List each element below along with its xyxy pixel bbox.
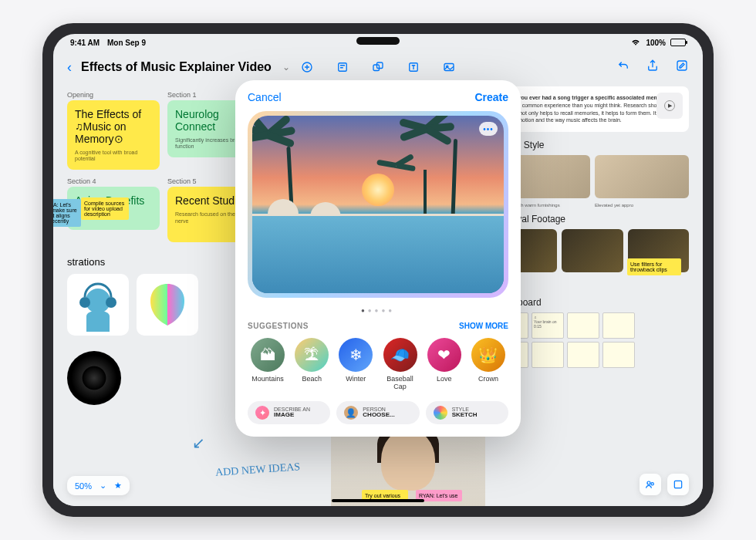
- svg-point-10: [106, 297, 116, 308]
- cap-icon: 🧢: [383, 338, 417, 372]
- favorite-icon[interactable]: ★: [114, 481, 122, 491]
- create-button[interactable]: Create: [474, 91, 508, 103]
- zoom-control[interactable]: 50% ⌄ ★: [67, 476, 130, 495]
- svg-rect-2: [373, 65, 380, 71]
- storyboard-cell[interactable]: [602, 342, 635, 368]
- suggestion-love[interactable]: ❤Love: [424, 338, 464, 390]
- heart-icon: ❤: [427, 338, 461, 372]
- visual-style-heading: Visual Style: [496, 140, 689, 150]
- intro-text-block[interactable]: Have you ever had a song trigger a speci…: [496, 86, 689, 132]
- media-tool-icon[interactable]: [441, 59, 457, 75]
- pen-tool-icon[interactable]: [299, 59, 315, 75]
- wifi-icon: [630, 36, 641, 49]
- navigator-icon[interactable]: [667, 474, 689, 495]
- generated-image[interactable]: •••: [252, 116, 504, 293]
- illustration-thumb[interactable]: [67, 274, 129, 336]
- sticky-note[interactable]: Compile sources for video upload descrip…: [81, 197, 129, 220]
- section-label: Opening: [67, 91, 160, 99]
- archival-heading: Archival Footage: [496, 214, 689, 224]
- svg-rect-13: [674, 481, 681, 488]
- svg-point-11: [647, 481, 650, 484]
- battery-icon: [670, 39, 686, 46]
- mountain-icon: 🏔: [251, 338, 285, 372]
- title-chevron-icon[interactable]: ⌄: [282, 62, 290, 73]
- suggestions-label: SUGGESTIONS: [248, 322, 309, 330]
- page-indicator[interactable]: ●●●●●: [248, 307, 508, 314]
- storyboard-heading: Storyboard: [496, 297, 689, 308]
- compose-icon[interactable]: [675, 59, 689, 76]
- archival-thumb[interactable]: [562, 229, 623, 272]
- handwritten-note[interactable]: ADD NEW IDEAS: [215, 461, 301, 478]
- sticky-note[interactable]: IA: Let's make sure it aligns ecently: [53, 199, 81, 227]
- svg-point-12: [651, 483, 653, 485]
- back-button[interactable]: ‹: [67, 59, 72, 76]
- style-chip[interactable]: STYLESKETCH: [426, 401, 508, 424]
- home-indicator[interactable]: [332, 499, 424, 502]
- suggestion-crown[interactable]: 👑Crown: [468, 338, 508, 390]
- document-title[interactable]: Effects of Music Explainer Video: [81, 60, 272, 74]
- snowflake-icon: ❄: [339, 338, 373, 372]
- sparkle-icon: ✦: [255, 406, 269, 420]
- audio-clip-chip[interactable]: ▶: [656, 93, 683, 119]
- zoom-level[interactable]: 50%: [75, 481, 92, 491]
- svg-point-9: [79, 297, 90, 308]
- suggestions-row: 🏔Mountains 🏝Beach ❄Winter 🧢Baseball Cap …: [248, 338, 508, 390]
- person-icon: 👤: [344, 406, 358, 420]
- illustration-thumb[interactable]: [137, 274, 198, 336]
- sticky-note[interactable]: Use filters for throwback clips: [627, 258, 681, 275]
- note-tool-icon[interactable]: [335, 59, 350, 75]
- sun-icon: [362, 174, 394, 206]
- text-tool-icon[interactable]: [406, 59, 421, 75]
- battery-percent: 100%: [646, 39, 666, 47]
- umbrella-icon: [268, 199, 299, 214]
- svg-rect-7: [677, 61, 687, 70]
- collaborators-icon[interactable]: [640, 474, 661, 495]
- show-more-button[interactable]: SHOW MORE: [459, 322, 508, 330]
- describe-image-chip[interactable]: ✦ DESCRIBE ANIMAGE: [248, 401, 330, 424]
- vinyl-image[interactable]: [67, 351, 129, 413]
- person-chip[interactable]: 👤 PERSONCHOOSE...: [336, 401, 419, 424]
- section-label: Section 4: [67, 177, 160, 185]
- shapes-tool-icon[interactable]: [370, 59, 386, 75]
- camera-pill: [356, 37, 400, 45]
- svg-rect-3: [377, 62, 383, 69]
- beach-icon: 🏝: [295, 338, 329, 372]
- status-time: 9:41 AM: [70, 39, 100, 47]
- image-more-icon[interactable]: •••: [479, 122, 498, 136]
- ipad-frame: 9:41 AM Mon Sep 9 100% ‹ Effects of Musi…: [42, 23, 714, 517]
- palette-icon: [434, 406, 447, 420]
- right-content: ver Have you ever had a song trigger a s…: [496, 86, 689, 368]
- suggestion-baseball-cap[interactable]: 🧢Baseball Cap: [380, 338, 420, 390]
- suggestion-beach[interactable]: 🏝Beach: [292, 338, 332, 390]
- storyboard-cell[interactable]: ♫Your brain on 0:15: [532, 312, 564, 339]
- storyboard-cell[interactable]: [602, 312, 635, 339]
- generated-image-frame: •••: [248, 111, 508, 298]
- svg-rect-1: [339, 63, 347, 72]
- undo-icon[interactable]: [616, 59, 630, 76]
- zoom-chevron-icon[interactable]: ⌄: [100, 481, 106, 491]
- crown-icon: 👑: [471, 338, 505, 372]
- card-opening[interactable]: The Effects of ♫Music on Memory⊙ A cogni…: [67, 100, 160, 170]
- suggestion-mountains[interactable]: 🏔Mountains: [248, 338, 288, 390]
- suggestion-winter[interactable]: ❄Winter: [336, 338, 376, 390]
- hand-arrow-icon: ↙: [192, 434, 205, 452]
- screen: 9:41 AM Mon Sep 9 100% ‹ Effects of Musi…: [53, 34, 703, 506]
- cancel-button[interactable]: Cancel: [248, 91, 282, 103]
- style-thumb[interactable]: Elevated yet appro: [595, 155, 689, 198]
- storyboard-cell[interactable]: [532, 342, 564, 368]
- image-playground-modal: Cancel Create •••: [235, 80, 521, 437]
- status-date: Mon Sep 9: [107, 39, 146, 47]
- share-icon[interactable]: [646, 59, 660, 76]
- app-toolbar: ‹ Effects of Music Explainer Video ⌄: [53, 51, 703, 83]
- storyboard-cell[interactable]: [567, 342, 599, 368]
- storyboard-cell[interactable]: [567, 312, 599, 339]
